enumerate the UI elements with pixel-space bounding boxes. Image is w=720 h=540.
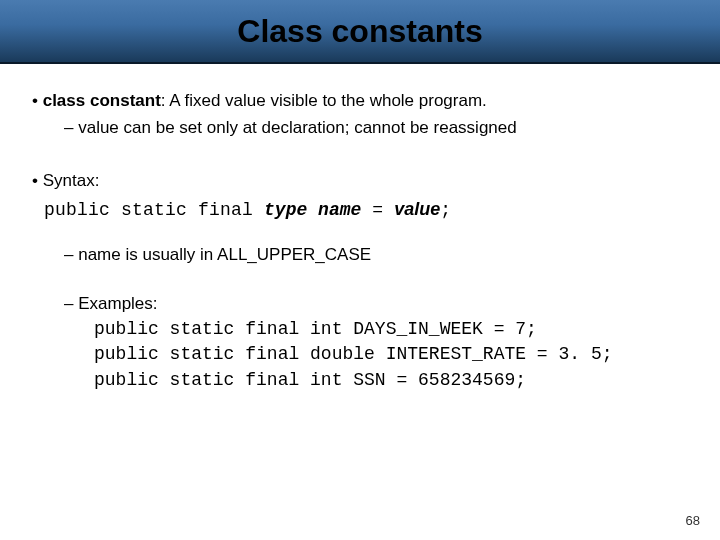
page-number: 68 bbox=[686, 513, 700, 528]
sub-bullet-namenote: name is usually in ALL_UPPER_CASE bbox=[64, 244, 700, 267]
sub-bullet-1-text: value can be set only at declaration; ca… bbox=[78, 118, 517, 137]
sub-bullet-examples: Examples: bbox=[64, 293, 700, 316]
title-bar: Class constants bbox=[0, 0, 720, 64]
syntax-space bbox=[307, 200, 318, 220]
term: class constant bbox=[43, 91, 161, 110]
syntax-value: value bbox=[394, 199, 440, 219]
example-line-1: public static final int DAYS_IN_WEEK = 7… bbox=[94, 318, 700, 341]
name-note-text: name is usually in ALL_UPPER_CASE bbox=[78, 245, 371, 264]
bullet-dot-icon bbox=[32, 171, 43, 190]
bullet-definition: class constant: A fixed value visible to… bbox=[32, 90, 700, 113]
sub-bullet-1: value can be set only at declaration; ca… bbox=[64, 117, 700, 140]
example-line-2: public static final double INTEREST_RATE… bbox=[94, 343, 700, 366]
syntax-name: name bbox=[318, 200, 361, 220]
example-line-3: public static final int SSN = 658234569; bbox=[94, 369, 700, 392]
bullet-syntax: Syntax: bbox=[32, 170, 700, 193]
examples-label: Examples: bbox=[78, 294, 157, 313]
slide-title: Class constants bbox=[237, 13, 482, 50]
syntax-semi: ; bbox=[440, 200, 451, 220]
bullet-dot-icon bbox=[32, 91, 43, 110]
syntax-eq: = bbox=[361, 200, 394, 220]
dash-icon bbox=[64, 245, 78, 264]
dash-icon bbox=[64, 294, 78, 313]
definition-text: : A fixed value visible to the whole pro… bbox=[161, 91, 487, 110]
syntax-line: public static final type name = value; bbox=[44, 197, 700, 222]
slide-content: class constant: A fixed value visible to… bbox=[0, 64, 720, 392]
syntax-label: Syntax: bbox=[43, 171, 100, 190]
syntax-prefix: public static final bbox=[44, 200, 264, 220]
dash-icon bbox=[64, 118, 78, 137]
syntax-type: type bbox=[264, 200, 307, 220]
